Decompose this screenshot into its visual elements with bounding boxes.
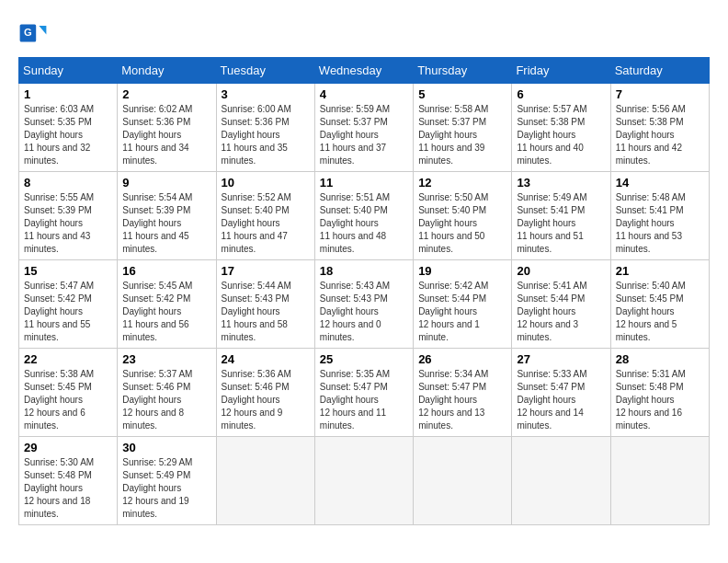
day-info: Sunrise: 5:41 AMSunset: 5:44 PMDaylight … (517, 280, 605, 344)
day-info: Sunrise: 5:57 AMSunset: 5:38 PMDaylight … (517, 103, 605, 167)
day-number: 26 (418, 352, 506, 366)
empty-cell (314, 437, 413, 525)
day-info: Sunrise: 5:42 AMSunset: 5:44 PMDaylight … (418, 280, 506, 344)
day-cell-11: 11Sunrise: 5:51 AMSunset: 5:40 PMDayligh… (314, 172, 413, 260)
day-cell-20: 20Sunrise: 5:41 AMSunset: 5:44 PMDayligh… (512, 260, 610, 349)
day-cell-3: 3Sunrise: 6:00 AMSunset: 5:36 PMDaylight… (216, 84, 314, 172)
day-info: Sunrise: 5:43 AMSunset: 5:43 PMDaylight … (320, 280, 408, 344)
day-info: Sunrise: 5:36 AMSunset: 5:46 PMDaylight … (222, 368, 310, 432)
day-cell-16: 16Sunrise: 5:45 AMSunset: 5:42 PMDayligh… (118, 260, 216, 349)
week-row-1: 1Sunrise: 6:03 AMSunset: 5:35 PMDaylight… (19, 84, 710, 172)
day-info: Sunrise: 5:31 AMSunset: 5:48 PMDaylight … (616, 368, 704, 432)
week-row-4: 22Sunrise: 5:38 AMSunset: 5:45 PMDayligh… (19, 349, 710, 437)
empty-cell (216, 437, 314, 525)
day-cell-13: 13Sunrise: 5:49 AMSunset: 5:41 PMDayligh… (512, 172, 610, 260)
day-cell-22: 22Sunrise: 5:38 AMSunset: 5:45 PMDayligh… (19, 349, 118, 437)
day-info: Sunrise: 5:48 AMSunset: 5:41 PMDaylight … (616, 191, 704, 256)
day-cell-21: 21Sunrise: 5:40 AMSunset: 5:45 PMDayligh… (610, 260, 709, 349)
day-cell-1: 1Sunrise: 6:03 AMSunset: 5:35 PMDaylight… (19, 84, 118, 172)
day-number: 16 (122, 264, 210, 278)
col-header-wednesday: Wednesday (314, 58, 413, 84)
day-cell-2: 2Sunrise: 6:02 AMSunset: 5:36 PMDaylight… (118, 84, 216, 172)
day-info: Sunrise: 5:44 AMSunset: 5:43 PMDaylight … (222, 280, 310, 344)
day-number: 12 (418, 176, 506, 190)
empty-cell (512, 437, 610, 525)
day-number: 4 (320, 87, 408, 101)
day-cell-23: 23Sunrise: 5:37 AMSunset: 5:46 PMDayligh… (118, 349, 216, 437)
day-number: 5 (418, 87, 506, 101)
day-info: Sunrise: 5:55 AMSunset: 5:39 PMDaylight … (24, 191, 112, 256)
empty-cell (610, 437, 709, 525)
day-number: 22 (24, 352, 112, 366)
day-info: Sunrise: 5:59 AMSunset: 5:37 PMDaylight … (320, 103, 408, 167)
logo-icon: G (18, 18, 48, 48)
day-cell-26: 26Sunrise: 5:34 AMSunset: 5:47 PMDayligh… (414, 349, 512, 437)
day-info: Sunrise: 5:50 AMSunset: 5:40 PMDaylight … (418, 191, 506, 256)
day-info: Sunrise: 5:40 AMSunset: 5:45 PMDaylight … (616, 280, 704, 344)
day-info: Sunrise: 6:02 AMSunset: 5:36 PMDaylight … (122, 103, 210, 167)
day-number: 17 (222, 264, 310, 278)
day-cell-30: 30Sunrise: 5:29 AMSunset: 5:49 PMDayligh… (118, 437, 216, 525)
day-info: Sunrise: 5:52 AMSunset: 5:40 PMDaylight … (222, 191, 310, 256)
day-cell-10: 10Sunrise: 5:52 AMSunset: 5:40 PMDayligh… (216, 172, 314, 260)
day-cell-5: 5Sunrise: 5:58 AMSunset: 5:37 PMDaylight… (414, 84, 512, 172)
col-header-sunday: Sunday (19, 58, 118, 84)
day-info: Sunrise: 5:29 AMSunset: 5:49 PMDaylight … (122, 456, 210, 521)
day-cell-25: 25Sunrise: 5:35 AMSunset: 5:47 PMDayligh… (314, 349, 413, 437)
day-number: 3 (222, 87, 310, 101)
col-header-saturday: Saturday (610, 58, 709, 84)
day-cell-19: 19Sunrise: 5:42 AMSunset: 5:44 PMDayligh… (414, 260, 512, 349)
week-row-5: 29Sunrise: 5:30 AMSunset: 5:48 PMDayligh… (19, 437, 710, 525)
col-header-tuesday: Tuesday (216, 58, 314, 84)
day-cell-4: 4Sunrise: 5:59 AMSunset: 5:37 PMDaylight… (314, 84, 413, 172)
svg-marker-2 (39, 26, 46, 35)
day-number: 2 (122, 87, 210, 101)
day-number: 21 (616, 264, 704, 278)
day-number: 8 (24, 176, 112, 190)
week-row-3: 15Sunrise: 5:47 AMSunset: 5:42 PMDayligh… (19, 260, 710, 349)
day-cell-12: 12Sunrise: 5:50 AMSunset: 5:40 PMDayligh… (414, 172, 512, 260)
day-number: 25 (320, 352, 408, 366)
day-cell-27: 27Sunrise: 5:33 AMSunset: 5:47 PMDayligh… (512, 349, 610, 437)
day-info: Sunrise: 5:30 AMSunset: 5:48 PMDaylight … (24, 456, 112, 521)
calendar: SundayMondayTuesdayWednesdayThursdayFrid… (18, 57, 710, 525)
day-number: 9 (122, 176, 210, 190)
day-cell-8: 8Sunrise: 5:55 AMSunset: 5:39 PMDaylight… (19, 172, 118, 260)
day-number: 6 (517, 87, 605, 101)
day-info: Sunrise: 5:45 AMSunset: 5:42 PMDaylight … (122, 280, 210, 344)
col-header-friday: Friday (512, 58, 610, 84)
day-number: 28 (616, 352, 704, 366)
day-number: 19 (418, 264, 506, 278)
day-number: 1 (24, 87, 112, 101)
day-cell-24: 24Sunrise: 5:36 AMSunset: 5:46 PMDayligh… (216, 349, 314, 437)
day-number: 15 (24, 264, 112, 278)
day-cell-29: 29Sunrise: 5:30 AMSunset: 5:48 PMDayligh… (19, 437, 118, 525)
day-info: Sunrise: 5:49 AMSunset: 5:41 PMDaylight … (517, 191, 605, 256)
day-info: Sunrise: 6:00 AMSunset: 5:36 PMDaylight … (222, 103, 310, 167)
day-number: 10 (222, 176, 310, 190)
day-cell-18: 18Sunrise: 5:43 AMSunset: 5:43 PMDayligh… (314, 260, 413, 349)
day-info: Sunrise: 5:51 AMSunset: 5:40 PMDaylight … (320, 191, 408, 256)
day-info: Sunrise: 5:38 AMSunset: 5:45 PMDaylight … (24, 368, 112, 432)
day-info: Sunrise: 5:34 AMSunset: 5:47 PMDaylight … (418, 368, 506, 432)
day-cell-9: 9Sunrise: 5:54 AMSunset: 5:39 PMDaylight… (118, 172, 216, 260)
day-cell-15: 15Sunrise: 5:47 AMSunset: 5:42 PMDayligh… (19, 260, 118, 349)
day-cell-7: 7Sunrise: 5:56 AMSunset: 5:38 PMDaylight… (610, 84, 709, 172)
day-number: 27 (517, 352, 605, 366)
day-cell-14: 14Sunrise: 5:48 AMSunset: 5:41 PMDayligh… (610, 172, 709, 260)
day-info: Sunrise: 5:47 AMSunset: 5:42 PMDaylight … (24, 280, 112, 344)
day-info: Sunrise: 5:54 AMSunset: 5:39 PMDaylight … (122, 191, 210, 256)
day-info: Sunrise: 5:56 AMSunset: 5:38 PMDaylight … (616, 103, 704, 167)
day-cell-6: 6Sunrise: 5:57 AMSunset: 5:38 PMDaylight… (512, 84, 610, 172)
col-header-monday: Monday (118, 58, 216, 84)
day-number: 29 (24, 441, 112, 454)
day-number: 24 (222, 352, 310, 366)
day-number: 23 (122, 352, 210, 366)
empty-cell (414, 437, 512, 525)
day-number: 7 (616, 87, 704, 101)
col-header-thursday: Thursday (414, 58, 512, 84)
day-info: Sunrise: 6:03 AMSunset: 5:35 PMDaylight … (24, 103, 112, 167)
day-info: Sunrise: 5:37 AMSunset: 5:46 PMDaylight … (122, 368, 210, 432)
svg-text:G: G (24, 27, 32, 38)
logo: G (18, 18, 51, 48)
